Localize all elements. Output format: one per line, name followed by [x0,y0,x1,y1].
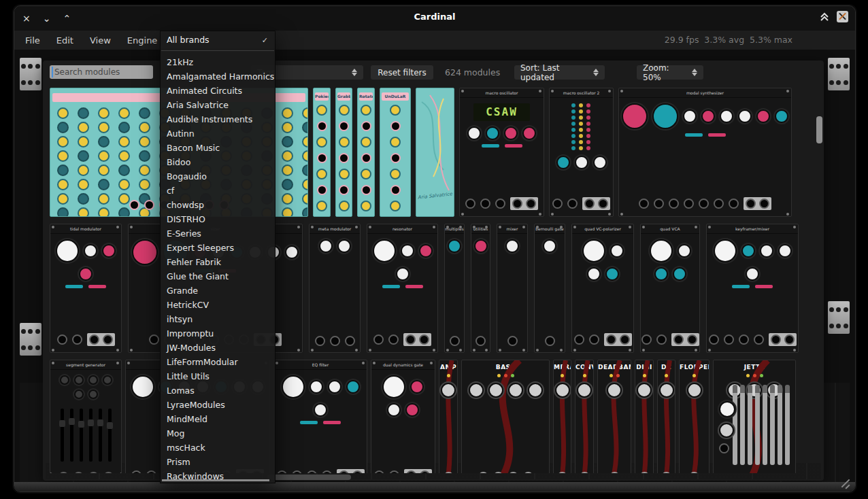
menubar-item-view[interactable]: View [90,35,111,46]
vertical-scrollbar[interactable] [816,116,822,143]
menu-item-all-brands[interactable]: All brands ✓ [161,31,275,48]
menu-item-brand[interactable]: E-Series [161,226,275,241]
slider-icon[interactable] [80,409,83,462]
menu-item-brand[interactable]: Grande [161,283,275,298]
menu-item-brand[interactable]: Audible Instruments [161,112,275,126]
slider-icon[interactable] [99,409,102,462]
menubar-item-file[interactable]: File [25,35,40,46]
menu-item-brand[interactable]: LyraeModules [161,398,275,412]
module-card[interactable]: UnDuLaR [380,88,411,217]
module-card[interactable]: EQ filter [273,360,367,473]
yellow-knob-icon [339,105,350,116]
module-card[interactable]: bernoulli gate [534,224,565,353]
module-card[interactable]: segment generator [50,360,122,473]
jack-port-icon [654,199,664,209]
module-display: CSAW [473,103,531,121]
menu-item-brand[interactable]: Little Utils [161,369,275,383]
menubar-item-engine[interactable]: Engine [127,35,158,46]
double-chevron-up-icon[interactable] [819,12,830,22]
menu-item-brand[interactable]: LifeFormModular [161,355,275,369]
module-card[interactable]: AMP [439,360,458,473]
screw-icon [116,349,119,351]
knob-icon [587,267,601,281]
knob-icon [74,390,84,399]
menu-item-brand[interactable]: Animated Circuits [161,84,275,98]
jack-port-icon [73,472,84,473]
screw-icon [116,362,119,364]
menu-item-brand[interactable]: JW-Modules [161,341,275,355]
module-card[interactable]: MERA [553,360,571,473]
module-card[interactable]: BASS [461,360,550,473]
jack-port-icon [526,199,536,209]
module-card[interactable]: Aria Salvatrice [416,88,454,217]
menu-item-brand[interactable]: Amalgamated Harmonics [161,69,275,84]
menu-item-brand[interactable]: MindMeld [161,412,275,426]
module-card[interactable]: Grabby [335,88,352,217]
menu-item-brand[interactable]: Glue the Giant [161,269,275,283]
zoom-select[interactable]: Zoom: 50% [637,65,703,80]
horizontal-scrollbar[interactable] [267,475,351,480]
menu-item-brand[interactable]: Bidoo [161,155,275,169]
search-input[interactable]: Search modules [50,65,153,79]
module-card[interactable]: dual dynamics gate [371,360,435,473]
menu-item-brand[interactable]: mscHack [161,441,275,455]
module-card[interactable]: DEADBAND [597,360,631,473]
jack-port-icon [557,472,567,473]
knob-icon [405,403,419,417]
module-card[interactable]: meta modulator [309,224,361,353]
menu-item-brand[interactable]: HetrickCV [161,298,275,312]
module-card[interactable]: macro oscillatorCSAW [459,88,544,217]
reset-filters-button[interactable]: Reset filters [371,65,433,80]
led-icon [571,109,575,114]
slider-icon[interactable] [108,409,112,462]
menu-item-brand[interactable]: 21kHz [161,55,275,69]
module-card[interactable]: FLOPPER [679,360,710,473]
module-card[interactable]: DC [657,360,675,473]
menu-item-brand[interactable]: Aria Salvatrice [161,98,275,112]
menu-item-brand[interactable]: DISTRHO [161,212,275,226]
decoration [50,472,121,473]
menu-item-brand[interactable]: Expert Sleepers [161,241,275,255]
slider-icon[interactable] [70,409,73,462]
menu-item-brand[interactable]: ihtsyn [161,312,275,326]
module-card[interactable]: keyframer/mixer [706,224,799,353]
menu-item-brand[interactable]: cf [161,184,275,198]
menu-item-brand[interactable]: Autinn [161,126,275,141]
menu-item-brand[interactable]: Prism [161,455,275,469]
module-card[interactable]: utilities [471,224,490,353]
resize-grip[interactable] [840,478,851,489]
module-card[interactable]: resonator [367,224,438,353]
module-card[interactable]: CONV [575,360,594,473]
knob-icon [139,150,150,162]
module-card[interactable]: quad VC-polarizer [571,224,634,353]
knob-icon [488,383,503,398]
menu-item-brand[interactable]: Lomas [161,383,275,398]
jack-port-icon [103,472,114,473]
menu-item-brand[interactable]: chowdsp [161,198,275,212]
module-card[interactable]: mixer [497,224,528,353]
slider-icon[interactable] [61,409,64,462]
module-card[interactable]: JETTE [713,360,796,473]
module-card[interactable]: tidal modulator [50,224,122,353]
slider-icon[interactable] [89,409,93,462]
led-row [714,360,795,377]
module-card[interactable]: modal synthesizer [618,88,792,217]
module-card[interactable]: Pokies [313,88,331,217]
knob-icon [337,239,351,253]
menubar-item-edit[interactable]: Edit [56,35,73,46]
module-card[interactable]: Rotatoes [357,88,375,217]
menu-item-brand[interactable]: Mog [161,426,275,441]
menu-item-brand[interactable]: Bacon Music [161,141,275,155]
knob-icon [582,239,605,262]
jack-port-icon [574,334,584,345]
menu-item-brand[interactable]: Impromptu [161,326,275,341]
led-icon [586,140,590,144]
module-card[interactable]: multiples [444,224,465,353]
menu-item-brand[interactable]: Fehler Fabrik [161,255,275,269]
module-card[interactable]: macro oscillator 2 [549,88,614,217]
menu-item-brand[interactable]: Bogaudio [161,169,275,184]
module-card[interactable]: DIGI [635,360,654,473]
sort-select[interactable]: Sort: Last updated [514,65,605,80]
knob-icon [543,239,556,253]
module-card[interactable]: quad VCA [640,224,700,353]
